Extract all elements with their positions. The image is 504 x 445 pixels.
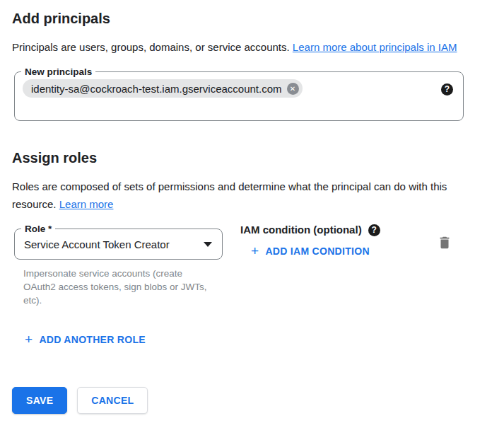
principal-chip-text: identity-sa@cockroach-test.iam.gservicea…: [31, 83, 282, 95]
iam-condition-help-icon[interactable]: ?: [368, 224, 380, 236]
add-iam-condition-label: ADD IAM CONDITION: [265, 245, 369, 257]
add-principals-pane: Add principals Principals are users, gro…: [0, 0, 504, 414]
iam-condition-column: IAM condition (optional) ? + ADD IAM CON…: [240, 224, 380, 258]
delete-role-button[interactable]: [437, 235, 452, 250]
role-label: Role *: [21, 223, 55, 235]
plus-icon: +: [25, 334, 33, 345]
trash-icon: [437, 235, 452, 250]
add-another-role-button[interactable]: + ADD ANOTHER ROLE: [25, 334, 146, 345]
learn-more-principals-link[interactable]: Learn more about principals in IAM: [293, 41, 457, 53]
iam-condition-label: IAM condition (optional): [240, 224, 362, 236]
role-column: Role * Service Account Token Creator Imp…: [14, 229, 225, 307]
chip-remove-icon[interactable]: ✕: [287, 83, 299, 95]
role-select[interactable]: Role * Service Account Token Creator: [14, 229, 223, 260]
new-principals-help-icon[interactable]: ?: [441, 83, 453, 96]
roles-description: Roles are composed of sets of permission…: [12, 178, 473, 213]
principals-description: Principals are users, groups, domains, o…: [12, 38, 473, 56]
cancel-button[interactable]: CANCEL: [77, 387, 148, 414]
principals-description-text: Principals are users, groups, domains, o…: [12, 41, 290, 53]
new-principals-field[interactable]: New principals identity-sa@cockroach-tes…: [14, 71, 464, 121]
save-button[interactable]: SAVE: [12, 387, 67, 414]
add-another-role-label: ADD ANOTHER ROLE: [39, 334, 146, 345]
page-title: Add principals: [12, 10, 487, 27]
plus-icon: +: [251, 245, 259, 257]
principal-chip: identity-sa@cockroach-test.iam.gservicea…: [23, 79, 303, 98]
dropdown-caret-icon: [204, 242, 212, 247]
add-iam-condition-button[interactable]: + ADD IAM CONDITION: [251, 245, 370, 257]
iam-condition-label-row: IAM condition (optional) ?: [240, 224, 380, 236]
role-helper-text: Impersonate service accounts (create OAu…: [23, 267, 214, 307]
new-principals-label: New principals: [21, 66, 95, 78]
role-selected-value: Service Account Token Creator: [24, 238, 170, 250]
assign-roles-title: Assign roles: [12, 149, 487, 166]
footer-actions: SAVE CANCEL: [12, 387, 487, 414]
learn-more-roles-link[interactable]: Learn more: [59, 198, 114, 210]
role-row: Role * Service Account Token Creator Imp…: [12, 229, 464, 307]
